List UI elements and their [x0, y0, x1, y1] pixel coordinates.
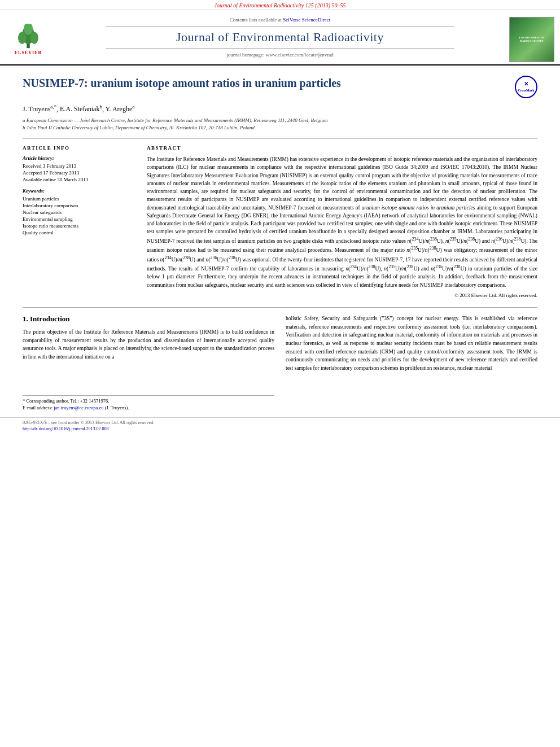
affiliation-b: b John Paul II Catholic University of Lu… [23, 124, 537, 132]
affiliations: a European Commission — Joint Research C… [23, 117, 537, 131]
keyword-4: Environmental sampling [23, 216, 135, 222]
keywords-label: Keywords: [23, 188, 135, 194]
bottom-bar: 0265-931X/$ – see front matter © 2013 El… [0, 417, 560, 435]
footnote-email-label: E-mail address: [23, 405, 53, 410]
author3-sup: a [132, 104, 134, 110]
affiliation-a: a European Commission — Joint Research C… [23, 117, 537, 124]
keyword-5: Isotope ratio measurements [23, 223, 135, 229]
paper-title: NUSIMEP-7: uranium isotope amount ratios… [23, 76, 509, 90]
journal-thumbnail: ENVIRONMENTAL RADIOACTIVITY [509, 17, 554, 62]
elsevier-text: ELSEVIER [15, 50, 42, 55]
article-info-abstract-section: ARTICLE INFO Article history: Received 3… [23, 138, 537, 298]
accepted-date: Accepted 17 February 2013 [23, 170, 135, 176]
copyright-line: © 2013 Elsevier Ltd. All rights reserved… [147, 292, 537, 298]
footnote-email: E-mail address: jan.truyens@ec.europa.eu… [23, 405, 274, 410]
header-divider-top [106, 26, 454, 27]
author1-sup: a,* [50, 104, 56, 110]
homepage-text: journal homepage: www.elsevier.com/locat… [226, 52, 333, 58]
journal-header-center: Contents lists available at SciVerse Sci… [56, 15, 504, 64]
elsevier-logo: ELSEVIER [6, 23, 51, 56]
sciverse-line: Contents lists available at SciVerse Sci… [62, 17, 498, 23]
body-col-left: 1. Introduction The prime objective of t… [23, 314, 274, 412]
author1-name: J. Truyens [23, 105, 50, 113]
keyword-2: Interlaboratory comparison [23, 203, 135, 208]
main-content: NUSIMEP-7: uranium isotope amount ratios… [0, 76, 560, 412]
abstract-body: The Institute for Reference Materials an… [147, 155, 537, 289]
journal-title: Journal of Environmental Radioactivity [62, 30, 498, 45]
doi-link[interactable]: http://dx.doi.org/10.1016/j.jenvrad.2013… [23, 426, 109, 431]
abstract-heading: ABSTRACT [147, 145, 537, 151]
article-info-heading: ARTICLE INFO [23, 145, 135, 151]
homepage-line: journal homepage: www.elsevier.com/locat… [62, 52, 498, 58]
footnote-email-note: (J. Truyens). [105, 405, 129, 410]
article-history-label: Article history: [23, 155, 135, 161]
abstract-panel: ABSTRACT The Institute for Reference Mat… [147, 145, 537, 298]
section1-heading: 1. Introduction [23, 314, 274, 324]
author3-name: , Y. Aregbe [102, 105, 132, 113]
body-two-column: 1. Introduction The prime objective of t… [23, 314, 537, 412]
section1-col1-text: The prime objective of the Institute for… [23, 328, 274, 361]
sciverse-link[interactable]: SciVerse ScienceDirect [283, 17, 330, 23]
keyword-1: Uranium particles [23, 196, 135, 202]
authors-line: J. Truyensa,*, E.A. Stefaniakb, Y. Aregb… [23, 104, 537, 113]
elsevier-tree-icon [11, 24, 45, 49]
crossmark-icon: ✕CrossMark [518, 81, 534, 93]
available-date: Available online 30 March 2013 [23, 177, 135, 182]
svg-point-3 [30, 32, 38, 44]
doi-line: http://dx.doi.org/10.1016/j.jenvrad.2013… [23, 426, 537, 431]
footnote-section: * Corresponding author. Tel.: +32 145719… [23, 395, 274, 410]
body-col-right: holistic Safety, Security and Safeguards… [286, 314, 537, 412]
keyword-3: Nuclear safeguards [23, 209, 135, 215]
contents-label: Contents lists available at [230, 17, 282, 23]
journal-header: ELSEVIER Contents lists available at Sci… [0, 10, 560, 65]
crossmark-badge: ✕CrossMark [515, 76, 537, 98]
section-separator [23, 307, 537, 308]
elsevier-logo-area: ELSEVIER [0, 15, 56, 64]
journal-thumb-label: ENVIRONMENTAL RADIOACTIVITY [510, 35, 554, 44]
keyword-6: Quality control [23, 230, 135, 235]
journal-citation-bar: Journal of Environmental Radioactivity 1… [0, 0, 560, 10]
license-text: 0265-931X/$ – see front matter © 2013 El… [23, 420, 537, 425]
section1-col2-text: holistic Safety, Security and Safeguards… [286, 314, 537, 373]
footnote-email-link[interactable]: jan.truyens@ec.europa.eu [54, 405, 103, 410]
author2-name: , E.A. Stefaniak [56, 105, 99, 113]
footnote-corresponding: * Corresponding author. Tel.: +32 145719… [23, 398, 274, 404]
header-divider-bottom [106, 48, 454, 49]
article-info-panel: ARTICLE INFO Article history: Received 3… [23, 145, 135, 298]
paper-title-area: NUSIMEP-7: uranium isotope amount ratios… [23, 76, 537, 98]
svg-point-2 [18, 32, 26, 44]
received-date: Received 3 February 2013 [23, 163, 135, 169]
journal-citation: Journal of Environmental Radioactivity 1… [215, 2, 346, 8]
journal-thumbnail-area: ENVIRONMENTAL RADIOACTIVITY [504, 15, 560, 64]
